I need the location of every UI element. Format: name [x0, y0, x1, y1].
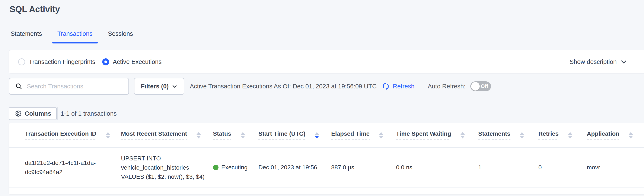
tab-sessions[interactable]: Sessions: [103, 30, 138, 43]
table-controls: Columns 1-1 of 1 transactions: [9, 107, 644, 120]
toolbar-divider: [421, 79, 421, 93]
cell-transaction-execution-id[interactable]: da1f21e2-de71-4c1f-a1da-dc9fc94a84a2: [9, 148, 121, 187]
column-header-application[interactable]: Application: [587, 123, 644, 147]
show-description-label: Show description: [570, 58, 617, 65]
column-header-time-spent-waiting[interactable]: Time Spent Waiting: [396, 123, 478, 147]
sort-icon: [379, 132, 383, 139]
cell-time-spent-waiting: 0.0 ns: [396, 148, 478, 187]
table-header-row: Transaction Execution ID Most Recent Sta…: [9, 123, 644, 148]
cell-retries: 0: [538, 148, 587, 187]
toggle-state-label: Off: [481, 83, 488, 89]
refresh-icon: [381, 82, 390, 91]
column-header-retries[interactable]: Retries: [538, 123, 587, 147]
filters-button[interactable]: Filters (0): [134, 78, 184, 95]
view-mode-card: Transaction Fingerprints Active Executio…: [9, 50, 644, 73]
sort-icon: [520, 132, 524, 139]
cell-statements: 1: [478, 148, 538, 187]
controls-divider: [57, 107, 58, 120]
refresh-label: Refresh: [393, 83, 414, 90]
column-header-start-time[interactable]: Start Time (UTC): [258, 123, 331, 147]
executing-status-dot-icon: [213, 165, 218, 170]
chevron-down-icon: [620, 58, 627, 65]
radio-unselected-icon[interactable]: [18, 58, 25, 65]
column-header-most-recent-statement[interactable]: Most Recent Statement: [121, 123, 213, 147]
as-of-timestamp: Active Transaction Executions As Of: Dec…: [190, 83, 377, 90]
tab-statements[interactable]: Statements: [6, 30, 47, 43]
filters-label: Filters (0): [141, 83, 169, 90]
page-title: SQL Activity: [10, 4, 644, 14]
radio-label: Transaction Fingerprints: [29, 58, 96, 65]
toggle-knob: [471, 82, 480, 91]
gear-icon: [14, 110, 22, 117]
column-header-statements[interactable]: Statements: [478, 123, 538, 147]
sort-icon: [460, 132, 465, 139]
cell-status: Executing: [213, 148, 258, 187]
cell-most-recent-statement: UPSERT INTO vehicle_location_histories V…: [121, 148, 213, 187]
radio-label: Active Executions: [113, 58, 162, 65]
show-description-toggle[interactable]: Show description: [570, 58, 627, 65]
tab-bar: Statements Transactions Sessions: [0, 30, 644, 43]
radio-selected-icon[interactable]: [102, 58, 109, 65]
filter-toolbar: Filters (0) Active Transaction Execution…: [9, 78, 644, 95]
chevron-down-icon: [172, 83, 177, 89]
radio-active-executions[interactable]: Active Executions: [102, 58, 162, 65]
cell-start-time: Dec 01, 2023 at 19:56: [258, 148, 331, 187]
sort-icon: [196, 132, 201, 139]
tab-transactions[interactable]: Transactions: [52, 30, 98, 43]
refresh-button[interactable]: Refresh: [381, 82, 414, 91]
radio-transaction-fingerprints[interactable]: Transaction Fingerprints: [18, 58, 96, 65]
transactions-table: Transaction Execution ID Most Recent Sta…: [9, 123, 644, 194]
table-row: da1f21e2-de71-4c1f-a1da-dc9fc94a84a2 UPS…: [9, 148, 644, 188]
cell-elapsed-time: 887.0 µs: [331, 148, 396, 187]
auto-refresh-toggle[interactable]: Off: [470, 81, 491, 91]
sort-icon: [241, 132, 245, 139]
auto-refresh-label: Auto Refresh:: [428, 83, 466, 90]
column-header-status[interactable]: Status: [213, 123, 258, 147]
status-label: Executing: [221, 164, 248, 171]
cell-application: movr: [587, 148, 644, 187]
search-input[interactable]: [27, 83, 124, 90]
columns-label: Columns: [25, 110, 51, 117]
search-icon: [15, 82, 22, 90]
sort-icon: [568, 132, 572, 139]
column-header-elapsed-time[interactable]: Elapsed Time: [331, 123, 396, 147]
sort-icon: [106, 132, 110, 139]
sort-icon: [629, 132, 633, 139]
search-box[interactable]: [9, 78, 129, 95]
column-header-transaction-execution-id[interactable]: Transaction Execution ID: [9, 123, 121, 147]
results-count: 1-1 of 1 transactions: [60, 110, 117, 117]
columns-button[interactable]: Columns: [9, 107, 57, 120]
sort-icon-descending: [315, 132, 319, 139]
